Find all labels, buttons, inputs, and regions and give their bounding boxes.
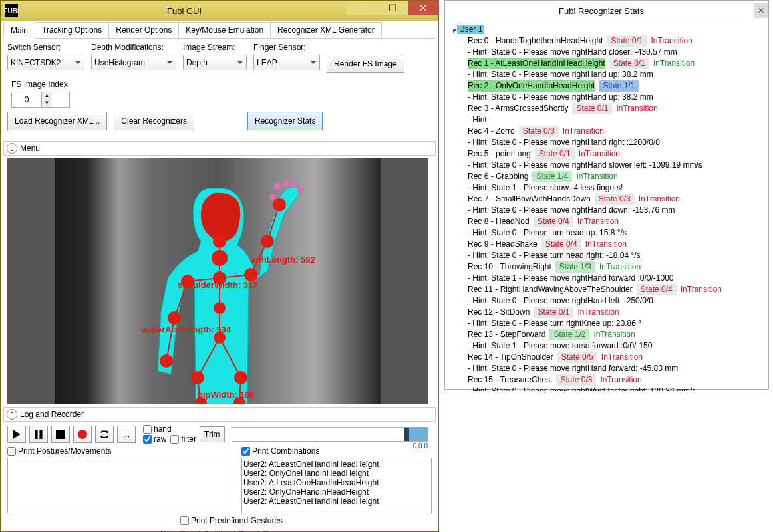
list-item[interactable]: User2: OnlyOneHandInHeadHeight	[243, 469, 430, 478]
fs-index-spinner[interactable]: ▲▼	[11, 92, 70, 108]
check-print-combinations[interactable]: Print Combinations	[241, 446, 319, 456]
recognizer-name: Rec 13 - StepForward	[468, 329, 545, 340]
play-icon	[12, 430, 21, 439]
transition-label: InTransition	[576, 171, 617, 182]
window-title: Fubi GUI	[22, 6, 347, 16]
hint-line: - Hint: State 0 - Please turn head up: 1…	[468, 227, 763, 239]
select-depth-mod[interactable]: UseHistogram	[91, 55, 176, 70]
recognizer-row: Rec 0 - HandsToghetherInHeadHeightState …	[468, 35, 763, 47]
state-badge: State 0/1	[607, 35, 647, 47]
hint-line: - Hint:	[468, 114, 763, 126]
close-button[interactable]: ✕	[408, 1, 438, 15]
check-print-postures[interactable]: Print Postures/Movements	[7, 446, 112, 456]
recognizer-row: Rec 12 - SitDownState 0/1InTransition	[468, 307, 763, 318]
chevron-down-icon: ⌄	[7, 143, 17, 154]
svg-point-17	[168, 311, 181, 325]
recognizer-stats-button[interactable]: Recognizer Stats	[247, 112, 323, 130]
state-badge: State 1/1	[599, 80, 639, 92]
svg-point-31	[269, 194, 276, 200]
play-button[interactable]	[7, 426, 26, 443]
app-icon: FUBI	[5, 4, 18, 17]
minimize-button[interactable]: —	[347, 1, 377, 15]
select-sensor[interactable]: KINECTSDK2	[7, 55, 84, 70]
loop-button[interactable]	[95, 426, 114, 443]
recognizer-row: Rec 15 - TreasureChestState 0/3InTransit…	[468, 374, 763, 386]
check-hand[interactable]: hand	[143, 424, 196, 434]
hint-line: - Hint: State 1 - Please move torso forw…	[468, 340, 763, 352]
transition-label: InTransition	[585, 239, 627, 250]
overlay-hipwidth: hipWidth: 166	[198, 390, 254, 400]
list-item[interactable]: User2: OnlyOneHandInHeadHeight	[243, 487, 430, 497]
log-label: Log and Recorder	[20, 410, 84, 419]
label-depth-mod: Depth Modifications:	[91, 43, 176, 52]
state-badge: State 0/4	[541, 239, 581, 250]
log-expander[interactable]: ⌃ Log and Recorder	[3, 407, 436, 422]
recognizer-row: Rec 7 - SmallBowWithHandsDownState 0/3In…	[468, 194, 763, 205]
maximize-button[interactable]: ☐	[377, 1, 408, 15]
stats-titlebar[interactable]: Fubi Recognizer Stats ✕	[445, 1, 768, 21]
postures-list[interactable]	[7, 458, 224, 513]
tab-tracking[interactable]: Tracking Options	[35, 22, 109, 38]
svg-point-29	[291, 182, 297, 188]
state-badge: State 0/1	[572, 103, 612, 114]
recognizer-name: Rec 2 - OnlyOneHandInHeadHeight	[468, 80, 595, 92]
svg-point-12	[213, 235, 226, 248]
tree-toggle-icon[interactable]	[449, 25, 456, 33]
clear-recognizers-button[interactable]: Clear Recognizers	[114, 112, 194, 130]
recognizer-name: Rec 6 - Grabbing	[468, 171, 528, 182]
stats-close-button[interactable]: ✕	[754, 3, 768, 18]
check-filter[interactable]: filter	[170, 434, 196, 444]
load-xml-button[interactable]: Load Recognizer XML ..	[7, 112, 107, 130]
transition-label: InTransition	[681, 284, 722, 295]
stop-button[interactable]	[51, 426, 70, 443]
state-badge: State 0/3	[519, 126, 559, 137]
state-badge: State 0/5	[557, 352, 597, 363]
state-badge: State 0/4	[637, 284, 677, 295]
select-finger-sensor[interactable]: LEAP	[253, 55, 320, 70]
menu-expander[interactable]: ⌄ Menu	[3, 141, 436, 156]
overlay-shoulderwidth: shoulderWidth: 317	[178, 280, 258, 290]
label-spacer	[327, 43, 404, 52]
state-badge: State 0/1	[609, 58, 649, 69]
hint-line: - Hint: State 0 - Please move rightHand …	[468, 160, 763, 171]
check-raw[interactable]: raw	[143, 434, 166, 444]
trim-button[interactable]: Trim	[200, 426, 225, 442]
state-badge: State 0/1	[534, 307, 573, 318]
hint-line: - Hint: State 0 - Please move rightHand …	[468, 47, 763, 58]
titlebar[interactable]: FUBI Fubi GUI — ☐ ✕	[1, 1, 438, 21]
status-footer: User Count: 1 - Hand Count: 0	[160, 529, 432, 532]
list-item[interactable]: User2: AtLeastOneHandInHeadHeight	[243, 478, 430, 487]
list-item[interactable]: User2: AtLeastOneHandInHeadHeight	[243, 460, 430, 469]
spin-down-icon[interactable]: ▼	[41, 100, 52, 107]
recognizer-name: Rec 15 - TreasureChest	[468, 374, 552, 386]
stats-tree[interactable]: User 1 Rec 0 - HandsToghetherInHeadHeigh…	[445, 21, 768, 391]
menu-label: Menu	[20, 144, 40, 153]
user-node[interactable]: User 1	[457, 25, 484, 34]
recognizer-name: Rec 1 - AtLeastOneHandInHeadHeight	[468, 58, 605, 69]
transition-label: InTransition	[593, 329, 635, 340]
spin-up-icon[interactable]: ▲	[41, 92, 52, 100]
pause-button[interactable]	[29, 426, 48, 443]
transition-label: InTransition	[653, 58, 695, 69]
check-print-predefined[interactable]: Print Predefined Gestures	[180, 516, 283, 525]
tab-render[interactable]: Render Options	[108, 22, 179, 38]
chevron-up-icon: ⌃	[7, 409, 17, 420]
list-item[interactable]: User2: AtLeastOneHandInHeadHeight	[243, 497, 430, 506]
recognizer-row: Rec 13 - StepForwardState 1/2InTransitio…	[468, 329, 763, 340]
recognizer-row: Rec 4 - ZorroState 0/3InTransition	[468, 126, 763, 137]
select-image-stream[interactable]: Depth	[183, 55, 247, 70]
transition-label: InTransition	[616, 103, 657, 114]
hint-line: - Hint: State 0 - Please move rightWrist…	[468, 386, 763, 391]
browse-button[interactable]: ...	[117, 426, 136, 443]
tab-keymouse[interactable]: Key/Mouse Emulation	[178, 22, 271, 38]
timeline-slider[interactable]: 0 0 0	[232, 427, 428, 442]
combinations-list[interactable]: User2: AtLeastOneHandInHeadHeightUser2: …	[241, 458, 432, 513]
render-fs-button[interactable]: Render FS Image	[327, 55, 404, 73]
fs-index-input[interactable]	[12, 92, 41, 107]
tab-xmlgen[interactable]: Recognizer XML Generator	[270, 22, 382, 38]
hint-line: - Hint: State 0 - Please move rightHand …	[468, 137, 763, 148]
tab-main[interactable]: Main	[3, 23, 35, 39]
recognizer-row: Rec 9 - HeadShakeState 0/4InTransition	[468, 239, 763, 250]
record-button[interactable]	[73, 426, 92, 443]
svg-point-19	[261, 235, 274, 248]
